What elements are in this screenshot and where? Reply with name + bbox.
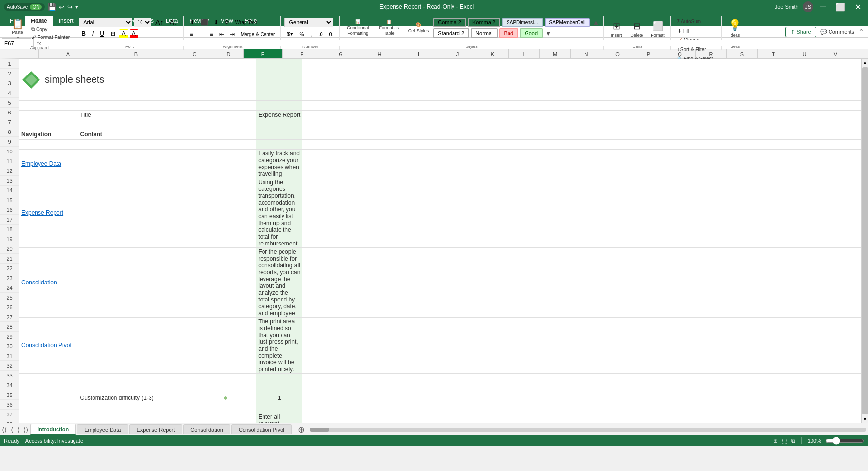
font-size-select[interactable]: 10 xyxy=(134,18,151,27)
autosum-button[interactable]: Σ AutoSum xyxy=(675,18,703,26)
row-num-12[interactable]: 12 xyxy=(0,166,19,176)
col-header-E[interactable]: E xyxy=(244,49,283,58)
cell-A6[interactable] xyxy=(19,120,78,130)
comments-button[interactable]: 💬 Comments xyxy=(820,29,854,35)
cell-D16[interactable] xyxy=(195,403,256,413)
cell-C14[interactable] xyxy=(156,383,195,393)
cell-E5[interactable]: Expense Report xyxy=(256,110,302,120)
cell-E1[interactable] xyxy=(256,59,302,69)
cell-B5[interactable]: Title xyxy=(78,110,156,120)
cell-B14[interactable] xyxy=(78,383,156,393)
row-num-19[interactable]: 19 xyxy=(0,234,19,244)
sheet-nav-first[interactable]: ⟨⟨ xyxy=(0,425,9,434)
zoom-slider[interactable] xyxy=(825,437,864,445)
cell-B6[interactable] xyxy=(78,120,156,130)
style-normal[interactable]: Normal xyxy=(471,28,497,38)
save-icon[interactable]: 💾 xyxy=(48,3,56,11)
col-header-L[interactable]: L xyxy=(509,49,540,58)
horizontal-scrollbar[interactable] xyxy=(308,428,868,432)
font-family-select[interactable]: Arial xyxy=(79,18,132,27)
cell-D9[interactable] xyxy=(195,149,256,178)
row-num-5[interactable]: 5 xyxy=(0,98,19,108)
cell-E7[interactable] xyxy=(256,130,302,139)
copy-button[interactable]: ⧉ Copy xyxy=(29,25,72,33)
sheet-tab-consolidation-pivot[interactable]: Consolidation Pivot xyxy=(231,424,292,434)
row-num-10[interactable]: 10 xyxy=(0,147,19,156)
increase-decimal-button[interactable]: .0 xyxy=(316,30,325,38)
cell-A5[interactable] xyxy=(19,110,78,120)
cell-A12[interactable]: Consolidation Pivot xyxy=(19,317,78,373)
sheet-tab-expense-report[interactable]: Expense Report xyxy=(129,424,182,434)
row-num-28[interactable]: 28 xyxy=(0,322,19,332)
normal-view-button[interactable]: ⊞ xyxy=(773,437,778,444)
italic-button[interactable]: I xyxy=(90,29,96,38)
cell-E12[interactable]: The print area is defined so that you ca… xyxy=(256,317,302,373)
cell-E9[interactable]: Easily track and categorize your expense… xyxy=(256,149,302,178)
col-header-A[interactable]: A xyxy=(39,49,97,58)
cell-D5[interactable] xyxy=(195,110,256,120)
cell-rest-8[interactable] xyxy=(302,139,861,149)
row-num-15[interactable]: 15 xyxy=(0,195,19,205)
cell-B15[interactable]: Customization difficulty (1-3) xyxy=(78,393,156,403)
cell-A11[interactable]: Consolidation xyxy=(19,247,78,317)
cell-D10[interactable] xyxy=(195,178,256,247)
cell-B11[interactable] xyxy=(78,247,156,317)
sheet-nav-prev[interactable]: ⟨ xyxy=(9,425,15,434)
row-num-16[interactable]: 16 xyxy=(0,205,19,215)
cell-B10[interactable] xyxy=(78,178,156,247)
sheet-tab-employee-data[interactable]: Employee Data xyxy=(77,424,128,434)
cell-E3[interactable] xyxy=(256,91,302,100)
close-button[interactable]: ✕ xyxy=(852,1,864,13)
cell-rest-11[interactable] xyxy=(302,247,861,317)
row-num-31[interactable]: 31 xyxy=(0,351,19,361)
cell-B7[interactable]: Content xyxy=(78,130,156,139)
row-num-6[interactable]: 6 xyxy=(0,108,19,117)
percent-button[interactable]: % xyxy=(297,30,307,38)
col-header-O[interactable]: O xyxy=(602,49,633,58)
cell-C7[interactable] xyxy=(156,130,195,139)
col-header-I[interactable]: I xyxy=(399,49,438,58)
cell-A1[interactable] xyxy=(19,59,78,69)
orientation-button[interactable]: ⟳ xyxy=(222,18,232,27)
scroll-track-h[interactable] xyxy=(310,428,866,432)
row-num-26[interactable]: 26 xyxy=(0,302,19,312)
col-header-F[interactable]: F xyxy=(283,49,321,58)
sheet-nav-next[interactable]: ⟩ xyxy=(15,425,21,434)
cell-B13[interactable] xyxy=(78,373,156,383)
col-header-N[interactable]: N xyxy=(571,49,602,58)
row-num-38[interactable]: 38 xyxy=(0,419,19,423)
styles-scroll-up[interactable]: ▲ xyxy=(591,18,600,27)
cell-B8[interactable] xyxy=(78,139,156,149)
cell-B1[interactable] xyxy=(78,59,156,69)
row-num-36[interactable]: 36 xyxy=(0,400,19,410)
col-header-T[interactable]: T xyxy=(758,49,789,58)
col-header-B[interactable]: B xyxy=(97,49,175,58)
add-sheet-button[interactable]: ⊕ xyxy=(295,424,308,435)
row-num-22[interactable]: 22 xyxy=(0,264,19,273)
fill-color-button[interactable]: A xyxy=(119,29,128,38)
scroll-thumb-horizontal[interactable] xyxy=(310,428,329,432)
cell-A8[interactable] xyxy=(19,139,78,149)
quick-access-more[interactable]: ▾ xyxy=(75,4,78,10)
cell-A14[interactable] xyxy=(19,383,78,393)
cell-A15[interactable] xyxy=(19,393,78,403)
row-num-37[interactable]: 37 xyxy=(0,410,19,419)
format-button[interactable]: ⬜ Format xyxy=(648,19,667,39)
cell-E15[interactable]: 1 xyxy=(256,393,302,403)
minimize-button[interactable]: ─ xyxy=(817,1,829,12)
cell-E6[interactable] xyxy=(256,120,302,130)
sheet-nav-last[interactable]: ⟩⟩ xyxy=(21,425,30,434)
cell-A13[interactable] xyxy=(19,373,78,383)
cell-D11[interactable] xyxy=(195,247,256,317)
cell-A9[interactable]: Employee Data xyxy=(19,149,78,178)
cell-C13[interactable] xyxy=(156,373,195,383)
share-button[interactable]: ⬆ Share xyxy=(785,27,816,37)
cell-styles-button[interactable]: 🎨 Cell Styles xyxy=(406,21,432,35)
ribbon-collapse-button[interactable]: ⌃ xyxy=(858,28,864,36)
cell-rest-3[interactable] xyxy=(302,91,861,100)
scroll-down-button[interactable]: ▼ xyxy=(862,415,868,423)
style-bad[interactable]: Bad xyxy=(499,28,519,38)
cut-button[interactable]: ✂ Cut xyxy=(29,18,72,25)
col-header-D[interactable]: D xyxy=(214,49,244,58)
cell-D13[interactable] xyxy=(195,373,256,383)
